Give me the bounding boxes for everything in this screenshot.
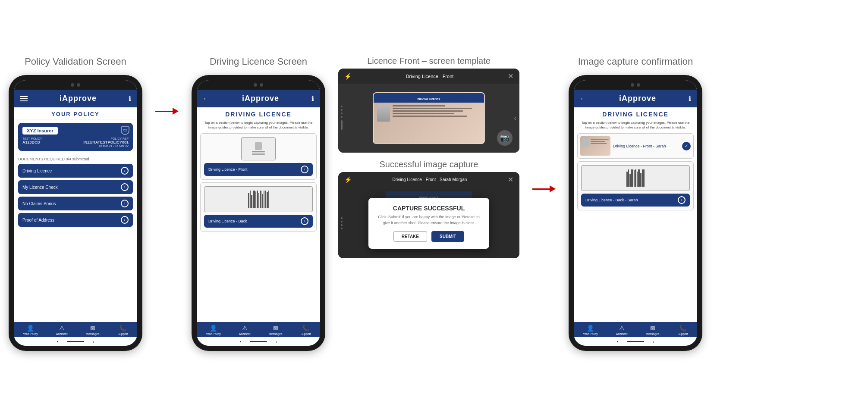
phone2-nav-support[interactable]: 📞 Support <box>300 325 311 335</box>
phone2-top-bar <box>197 80 320 90</box>
doc3-chevron[interactable]: › <box>121 200 129 207</box>
confirm-back-chevron[interactable]: › <box>678 196 686 204</box>
phone1-back-indicator: ‹ <box>93 339 94 344</box>
insurer-badge: XYZ Insurer <box>22 127 58 135</box>
camera1-side-dots <box>341 106 343 131</box>
phone2-nav-accident[interactable]: ⚠ Accident <box>239 325 251 335</box>
phone4-home <box>627 341 644 342</box>
messages-nav-icon: ✉ <box>90 325 95 332</box>
licence-front-label: Driving Licence - Front <box>208 167 248 172</box>
phone1-sensor-dot <box>77 83 80 87</box>
camera2-side-dots <box>341 217 343 229</box>
camera1-licence-title: DRIVING LICENCE <box>374 93 484 103</box>
red-arrow-1 <box>155 108 179 115</box>
licence-back-placeholder <box>204 186 313 212</box>
shield-icon: 🛡 <box>121 126 129 135</box>
policy-number: A123BCD <box>22 140 42 144</box>
doc1-chevron[interactable]: › <box>121 167 129 175</box>
screen4-label: Image capture confirmation <box>578 56 693 67</box>
licence-back-button[interactable]: Driving Licence - Back › <box>204 215 313 228</box>
licence-screen: DRIVING LICENCE Tap on a section below t… <box>197 107 320 322</box>
licence-front-section: Driving Licence - Front › <box>200 133 317 180</box>
nav-item-accident[interactable]: ⚠ Accident <box>56 325 68 335</box>
doc-item-2[interactable]: My Licence Check › <box>18 180 133 194</box>
screen1-label: Policy Validation Screen <box>25 56 126 67</box>
phone4-nav-policy[interactable]: 👤 Your Policy <box>583 325 598 335</box>
phone4-back-icon[interactable]: ← <box>580 95 587 103</box>
policy-ref: INZURATESTPOLICY001 <box>83 140 129 144</box>
docs-count: 0/4 submitted <box>66 157 89 161</box>
phone4-nav-support[interactable]: 📞 Support <box>677 325 688 335</box>
phone4-section: Image capture confirmation ← iApprove ℹ … <box>569 56 702 351</box>
nav-item-support[interactable]: 📞 Support <box>117 325 128 335</box>
policy-title: YOUR POLICY <box>14 107 137 119</box>
doc-item-3[interactable]: No Claims Bonus › <box>18 197 133 210</box>
licence-front-chevron[interactable]: › <box>301 166 308 173</box>
confirm-back-label: Driving Licence - Back - Sarah <box>585 198 638 202</box>
phone2-info-icon[interactable]: ℹ <box>311 94 314 103</box>
phone4-policy-icon: 👤 <box>587 325 594 332</box>
phone1-app-header: iApprove ℹ <box>14 90 137 107</box>
screen2-label: Driving Licence Screen <box>210 56 307 67</box>
doc-item-1[interactable]: Driving Licence › <box>18 164 133 178</box>
camera2-close-icon[interactable]: ✕ <box>508 175 513 184</box>
phone4-header: ← iApprove ℹ <box>574 90 697 107</box>
doc2-label: My Licence Check <box>22 185 58 190</box>
policy-nav-icon: 👤 <box>27 325 34 332</box>
licence-front-placeholder <box>204 137 313 160</box>
phone4-inner: ← iApprove ℹ DRIVING LICENCE Tap on a se… <box>574 80 697 346</box>
submit-button[interactable]: SUBMIT <box>431 231 464 242</box>
retake-button[interactable]: RETAKE <box>393 231 427 242</box>
doc3-label: No Claims Bonus <box>22 201 56 206</box>
phone2-nav-policy-label: Your Policy <box>206 332 221 335</box>
nav-item-policy[interactable]: 👤 Your Policy <box>23 325 38 335</box>
phone2-back-icon[interactable]: ← <box>203 95 210 103</box>
capture-modal: CAPTURE SUCCESSFUL Click 'Submit' if you… <box>368 198 489 249</box>
phone4-nav-accident-label: Accident <box>616 332 628 335</box>
phone1-camera-dot <box>71 83 74 87</box>
phone1-inner: iApprove ℹ YOUR POLICY XYZ Insurer 🛡 TES… <box>14 80 137 346</box>
docs-required-label: DOCUMENTS REQUIRED 0/4 submitted <box>14 154 137 163</box>
phone4: ← iApprove ℹ DRIVING LICENCE Tap on a se… <box>569 75 702 351</box>
phone2-inner: ← iApprove ℹ DRIVING LICENCE Tap on a se… <box>197 80 320 346</box>
phone4-back: ‹ <box>653 339 654 344</box>
arrow2-line <box>532 188 550 190</box>
phone2-section: Driving Licence Screen ← iApprove ℹ DRIV… <box>192 56 325 351</box>
licence-back-chevron[interactable]: › <box>301 217 308 225</box>
phone4-top-bar <box>574 80 697 90</box>
phone4-app-title: iApprove <box>619 94 656 103</box>
confirm-front-lines <box>591 139 609 144</box>
phone1-info-icon[interactable]: ℹ <box>129 94 131 103</box>
hamburger-icon[interactable] <box>20 96 28 101</box>
camera1-licence-content <box>374 103 484 124</box>
phone4-nav-accident[interactable]: ⚠ Accident <box>616 325 628 335</box>
phone4-info-icon[interactable]: ℹ <box>689 94 691 103</box>
phone2-nav-messages[interactable]: ✉ Messages <box>269 325 283 335</box>
phone2-camera <box>254 83 257 87</box>
doc-item-4[interactable]: Proof of Address › <box>18 213 133 227</box>
confirm-front-label: Driving Licence - Front - Sarah <box>613 144 679 148</box>
licence-front-button[interactable]: Driving Licence - Front › <box>204 163 313 176</box>
camera1-close-icon[interactable]: ✕ <box>508 72 513 80</box>
phone2-header: ← iApprove ℹ <box>197 90 320 107</box>
phone1-bottom-nav: 👤 Your Policy ⚠ Accident ✉ Messages 📞 Su… <box>14 322 137 337</box>
camera1-flash-icon: ⚡ <box>344 73 352 80</box>
phone4-nav-support-label: Support <box>677 332 688 335</box>
doc2-chevron[interactable]: › <box>121 183 129 191</box>
nav-messages-label: Messages <box>86 332 100 335</box>
policy-ref-label: POLICY REF <box>83 137 129 140</box>
phone2-nav-support-label: Support <box>300 332 311 335</box>
phone2-sensor <box>260 83 263 87</box>
nav-item-messages[interactable]: ✉ Messages <box>86 325 100 335</box>
confirm-front-thumbnail <box>580 136 610 156</box>
phone1-bottom-bar: ‹ <box>14 337 137 346</box>
policy-screen: YOUR POLICY XYZ Insurer 🛡 TEST POLICY A1… <box>14 107 137 322</box>
doc4-chevron[interactable]: › <box>121 216 129 224</box>
confirm-back-button[interactable]: Driving Licence - Back - Sarah › <box>581 194 690 207</box>
licence-front-card-mock <box>241 137 276 160</box>
nav-accident-label: Accident <box>56 332 68 335</box>
camera1-capture-btn[interactable]: 📷 <box>497 130 513 146</box>
phone4-nav-messages[interactable]: ✉ Messages <box>646 325 660 335</box>
capture-desc: Click 'Submit' if you are happy with the… <box>375 214 482 226</box>
phone2-nav-policy[interactable]: 👤 Your Policy <box>206 325 221 335</box>
